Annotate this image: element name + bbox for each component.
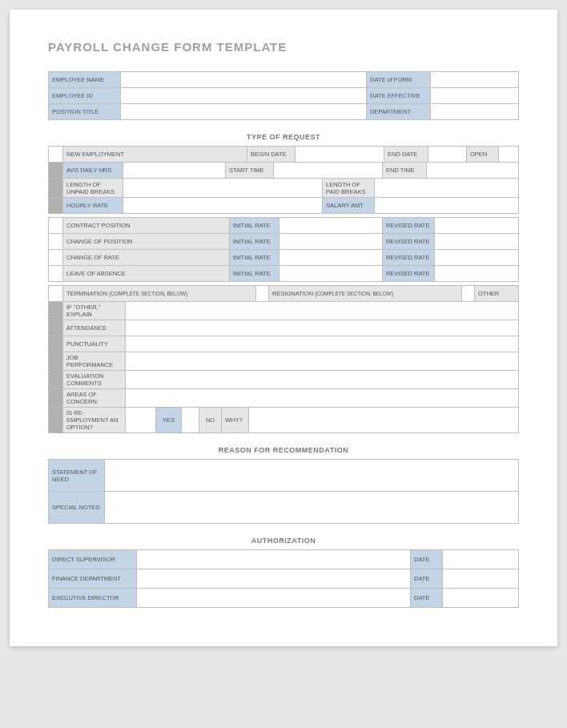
label-statement-of-need: STATEMENT OF NEED xyxy=(49,460,105,492)
checkbox-leave-absence[interactable] xyxy=(49,266,63,282)
field-department[interactable] xyxy=(431,104,519,120)
form-page: PAYROLL CHANGE FORM TEMPLATE EMPLOYEE NA… xyxy=(10,10,557,646)
label-begin-date: BEGIN DATE xyxy=(247,147,296,163)
heading-reason: REASON FOR RECOMMENDATION xyxy=(48,446,519,454)
field-length-unpaid[interactable] xyxy=(123,179,323,198)
checkbox-contract-position[interactable] xyxy=(49,218,63,234)
request-row-hourly: HOURLY RATE SALARY AMT xyxy=(48,197,519,214)
field-end-time[interactable] xyxy=(427,163,519,179)
field-revised-rate-3[interactable] xyxy=(435,250,519,266)
request-row-new-employment: NEW EMPLOYMENT BEGIN DATE END DATE OPEN xyxy=(48,146,519,163)
field-initial-rate-1[interactable] xyxy=(279,218,383,234)
field-revised-rate-2[interactable] xyxy=(435,234,519,250)
field-date-effective[interactable] xyxy=(431,88,519,104)
label-date-2: DATE xyxy=(411,569,443,589)
spacer xyxy=(49,352,63,371)
label-open: OPEN xyxy=(467,147,499,163)
field-special-notes[interactable] xyxy=(105,492,519,524)
label-employee-name: EMPLOYEE NAME xyxy=(49,72,121,88)
text-termination: TERMINATION xyxy=(66,290,107,297)
spacer xyxy=(49,389,63,408)
checkbox-no[interactable] xyxy=(182,408,199,433)
field-salary-amt[interactable] xyxy=(375,198,519,214)
label-attendance: ATTENDANCE xyxy=(63,320,126,336)
field-employee-id[interactable] xyxy=(121,88,367,104)
label-job-performance: JOB PERFORMANCE xyxy=(63,352,126,371)
label-finance-department: FINANCE DEPARTMENT xyxy=(49,569,137,589)
field-employee-name[interactable] xyxy=(121,72,367,88)
label-areas-concern: AREAS OF CONCERN xyxy=(63,389,126,408)
field-date-1[interactable] xyxy=(443,550,519,569)
label-revised-rate-1: REVISED RATE xyxy=(383,218,435,234)
checkbox-resignation[interactable] xyxy=(255,286,268,302)
spacer xyxy=(49,302,63,320)
field-end-date[interactable] xyxy=(428,147,467,163)
checkbox-other[interactable] xyxy=(462,286,475,302)
field-avg-daily-hrs[interactable] xyxy=(123,163,226,179)
request-rate-rows: CONTRACT POSITION INITIAL RATE REVISED R… xyxy=(48,217,519,282)
label-resignation: RESIGNATION (COMPLETE SECTION, BELOW) xyxy=(268,286,461,302)
label-initial-rate-3: INITIAL RATE xyxy=(230,250,279,266)
label-date-effective: DATE EFFECTIVE xyxy=(367,88,431,104)
label-length-paid: LENGTH OF PAID BREAKS xyxy=(323,179,375,198)
field-finance-department[interactable] xyxy=(137,569,411,589)
field-areas-concern[interactable] xyxy=(126,389,519,408)
checkbox-open[interactable] xyxy=(499,147,519,163)
checkbox-yes[interactable] xyxy=(126,408,156,433)
request-reemployment-row: IS RE-EMPLOYMENT AN OPTION? YES NO WHY? xyxy=(48,407,519,433)
label-length-unpaid: LENGTH OF UNPAID BREAKS xyxy=(63,179,123,198)
field-evaluation-comments[interactable] xyxy=(126,371,519,389)
field-date-of-form[interactable] xyxy=(431,72,519,88)
checkbox-change-rate[interactable] xyxy=(49,250,63,266)
field-attendance[interactable] xyxy=(126,320,519,336)
label-if-other: IF "OTHER," EXPLAIN xyxy=(63,302,126,320)
label-yes: YES xyxy=(156,408,182,433)
field-direct-supervisor[interactable] xyxy=(137,550,411,569)
text-resignation-note: (COMPLETE SECTION, BELOW) xyxy=(315,291,393,296)
field-revised-rate-1[interactable] xyxy=(435,218,519,234)
request-row-avg-daily: AVG DAILY HRS START TIME END TIME xyxy=(48,162,519,179)
field-start-time[interactable] xyxy=(274,163,383,179)
field-initial-rate-3[interactable] xyxy=(279,250,383,266)
label-no: NO xyxy=(199,408,222,433)
field-executive-director[interactable] xyxy=(137,589,411,608)
field-date-2[interactable] xyxy=(443,569,519,589)
request-detail-rows: IF "OTHER," EXPLAIN ATTENDANCE PUNCTUALI… xyxy=(48,301,519,408)
field-hourly-rate[interactable] xyxy=(123,198,323,214)
field-position-title[interactable] xyxy=(121,104,367,120)
checkbox-termination[interactable] xyxy=(49,286,63,302)
field-initial-rate-2[interactable] xyxy=(279,234,383,250)
request-termination-row: TERMINATION (COMPLETE SECTION, BELOW) RE… xyxy=(48,285,519,302)
label-date-of-form: DATE of FORM xyxy=(367,72,431,88)
spacer xyxy=(49,320,63,336)
heading-type-of-request: TYPE OF REQUEST xyxy=(48,133,519,141)
label-initial-rate-4: INITIAL RATE xyxy=(230,266,279,282)
field-begin-date[interactable] xyxy=(296,147,384,163)
employee-table: EMPLOYEE NAME DATE of FORM EMPLOYEE ID D… xyxy=(48,71,519,120)
label-reemployment: IS RE-EMPLOYMENT AN OPTION? xyxy=(63,408,126,433)
label-revised-rate-3: REVISED RATE xyxy=(383,250,435,266)
checkbox-change-position[interactable] xyxy=(49,234,63,250)
label-department: DEPARTMENT xyxy=(367,104,431,120)
field-statement-of-need[interactable] xyxy=(105,460,519,492)
field-job-performance[interactable] xyxy=(126,352,519,371)
checkbox-new-employment[interactable] xyxy=(49,147,63,163)
field-date-3[interactable] xyxy=(443,589,519,608)
label-change-rate: CHANGE OF RATE xyxy=(63,250,230,266)
authorization-table: DIRECT SUPERVISOR DATE FINANCE DEPARTMEN… xyxy=(48,549,519,608)
label-initial-rate-1: INITIAL RATE xyxy=(230,218,279,234)
label-punctuality: PUNCTUALITY xyxy=(63,336,126,352)
label-salary-amt: SALARY AMT xyxy=(323,198,375,214)
field-initial-rate-4[interactable] xyxy=(279,266,383,282)
label-special-notes: SPECIAL NOTES xyxy=(49,492,105,524)
field-if-other[interactable] xyxy=(126,302,519,320)
field-length-paid[interactable] xyxy=(375,179,519,198)
field-why[interactable] xyxy=(249,408,519,433)
field-revised-rate-4[interactable] xyxy=(435,266,519,282)
label-revised-rate-2: REVISED RATE xyxy=(383,234,435,250)
field-punctuality[interactable] xyxy=(126,336,519,352)
label-date-1: DATE xyxy=(411,550,443,569)
spacer xyxy=(49,408,63,433)
label-hourly-rate: HOURLY RATE xyxy=(63,198,123,214)
request-row-breaks: LENGTH OF UNPAID BREAKS LENGTH OF PAID B… xyxy=(48,178,519,198)
